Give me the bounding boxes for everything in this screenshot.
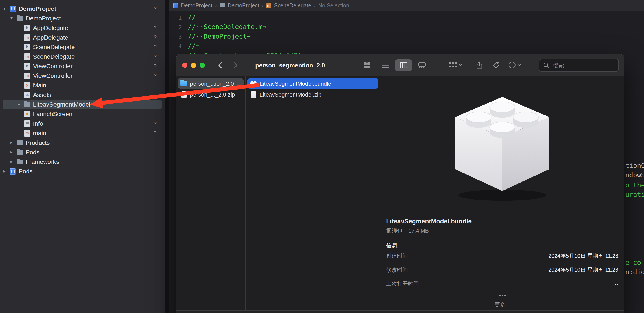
jumpbar-item-project[interactable]: DemoProject	[181, 2, 212, 8]
navigator-row-viewcontroller-m[interactable]: ViewController ?	[0, 71, 165, 80]
navigator-row-appdelegate-m[interactable]: AppDelegate ?	[0, 32, 165, 42]
navigator-row-main-m[interactable]: main ?	[0, 128, 165, 138]
disclosure-chevron-right-icon[interactable]	[10, 140, 16, 145]
navigator-row-info-plist[interactable]: Info ?	[0, 119, 165, 128]
preview-filename: LiteavSegmentModel.bundle	[386, 218, 618, 225]
zoom-button[interactable]	[200, 62, 205, 68]
navigator-row-launchscreen[interactable]: LaunchScreen	[0, 109, 165, 119]
ellipsis-icon	[499, 295, 506, 296]
folder-icon	[16, 150, 23, 155]
close-button[interactable]	[182, 62, 188, 68]
disclosure-chevron-down-icon[interactable]	[10, 16, 16, 20]
column-view-button[interactable]	[395, 59, 412, 71]
share-button[interactable]	[476, 61, 483, 69]
finder-columns: person_...ion_2.0 person_..._2.0.zip Lit…	[176, 76, 624, 310]
folder-icon	[180, 81, 188, 86]
source-control-status-badge: ?	[154, 130, 156, 136]
folder-icon	[220, 4, 225, 8]
source-control-status-badge: ?	[154, 34, 156, 40]
jumpbar-item-file[interactable]: SceneDelegate	[274, 2, 311, 8]
chevron-right-icon	[262, 2, 264, 9]
finder-window: person_segmention_2.0	[176, 54, 624, 313]
h-file-icon	[24, 24, 30, 31]
chevron-right-icon	[215, 2, 217, 9]
navigator-row-scenedelegate-m[interactable]: SceneDelegate ?	[0, 52, 165, 61]
finder-preview-pane: LiteavSegmentModel.bundle 捆绑包 – 17.4 MB …	[380, 76, 624, 310]
forward-button[interactable]	[234, 62, 238, 70]
view-mode-switcher	[359, 59, 430, 71]
disclosure-chevron-right-icon[interactable]	[10, 150, 16, 154]
code-fragment: n:did	[625, 268, 644, 276]
navigator-row-frameworks[interactable]: Frameworks	[0, 157, 165, 166]
back-button[interactable]	[218, 62, 222, 70]
chevron-right-icon	[314, 2, 316, 9]
plist-icon	[24, 120, 30, 127]
navigator-row-pods-group[interactable]: Pods	[0, 147, 165, 157]
info-row-created: 创建时间 2024年5月10日 星期五 11:28	[386, 250, 618, 264]
chevron-down-icon	[518, 64, 521, 66]
finder-item-bundle[interactable]: LiteavSegmentModel.bundle	[248, 78, 378, 89]
show-more-control[interactable]: 更多...	[380, 290, 624, 309]
navigator-row-demoproject-root[interactable]: DemoProject ?	[0, 4, 165, 14]
assets-icon	[24, 92, 30, 98]
zip-file-icon	[181, 91, 186, 98]
file-icon	[251, 91, 256, 98]
minimize-button[interactable]	[191, 62, 196, 68]
info-row-modified: 修改时间 2024年5月10日 星期五 11:28	[386, 264, 618, 277]
navigator-row-liteavsegmentmodel[interactable]: LiteavSegmentModel	[0, 100, 165, 109]
code-text: //··DemoProject¬	[188, 32, 251, 40]
code-text: //··SceneDelegate.m¬	[188, 23, 266, 31]
disclosure-chevron-right-icon[interactable]	[4, 169, 10, 174]
window-title: person_segmention_2.0	[255, 54, 325, 76]
disclosure-chevron-right-icon[interactable]	[10, 160, 16, 164]
source-control-status-badge: ?	[154, 25, 156, 31]
disclosure-chevron-down-icon[interactable]	[4, 6, 10, 11]
project-icon	[10, 168, 16, 174]
source-control-status-badge: ?	[154, 44, 156, 50]
search-input[interactable]	[552, 62, 614, 69]
folder-icon	[24, 102, 30, 107]
source-control-status-badge: ?	[154, 63, 156, 69]
bundle-lego-icon	[250, 82, 256, 86]
list-view-button[interactable]	[377, 59, 394, 71]
preview-kind-size: 捆绑包 – 17.4 MB	[386, 227, 618, 235]
code-fragment: e co	[625, 259, 641, 266]
finder-column-1: person_...ion_2.0 person_..._2.0.zip	[176, 76, 246, 310]
info-row-last-opened: 上次打开时间 --	[386, 277, 618, 291]
more-options-button[interactable]	[508, 61, 521, 69]
jumpbar-item-group[interactable]: DemoProject	[228, 2, 259, 8]
navigator-row-assets[interactable]: Assets	[0, 90, 165, 100]
navigator-row-appdelegate-h[interactable]: AppDelegate ?	[0, 23, 165, 32]
search-icon	[543, 62, 549, 68]
navigator-row-products[interactable]: Products	[0, 138, 165, 147]
line-number: 3	[169, 33, 188, 40]
jumpbar-item-no-selection[interactable]: No Selection	[318, 2, 349, 8]
finder-item-person-folder[interactable]: person_...ion_2.0	[178, 78, 244, 89]
finder-item-bundle-zip[interactable]: LiteavSegmentModel.zip	[248, 89, 378, 100]
h-file-icon	[24, 63, 30, 69]
line-number: 2	[169, 24, 188, 30]
navigator-row-scenedelegate-h[interactable]: SceneDelegate ?	[0, 42, 165, 52]
storyboard-icon	[24, 82, 30, 88]
navigator-editor-divider[interactable]	[165, 0, 169, 313]
m-file-icon	[24, 34, 30, 41]
gallery-view-button[interactable]	[414, 59, 430, 71]
navigator-row-viewcontroller-h[interactable]: ViewController ?	[0, 61, 165, 71]
navigator-row-demoproject-group[interactable]: DemoProject	[0, 14, 165, 23]
source-control-status-badge: ?	[154, 72, 156, 79]
navigator-row-pods-project[interactable]: Pods	[0, 166, 165, 176]
finder-item-person-zip[interactable]: person_..._2.0.zip	[178, 89, 244, 100]
tag-button[interactable]	[493, 62, 500, 69]
source-control-status-badge: ?	[154, 54, 156, 60]
preview-section-title: 信息	[386, 242, 618, 250]
search-field[interactable]	[539, 59, 619, 72]
source-control-status-badge: ?	[154, 6, 156, 12]
finder-column-2: LiteavSegmentModel.bundle LiteavSegmentM…	[246, 76, 380, 310]
m-file-icon	[24, 72, 30, 79]
navigator-row-main-storyboard[interactable]: Main	[0, 80, 165, 90]
group-by-button[interactable]	[449, 62, 462, 68]
disclosure-chevron-right-icon[interactable]	[18, 102, 24, 106]
icon-view-button[interactable]	[359, 59, 375, 71]
window-controls	[182, 62, 205, 68]
h-file-icon	[24, 44, 30, 50]
